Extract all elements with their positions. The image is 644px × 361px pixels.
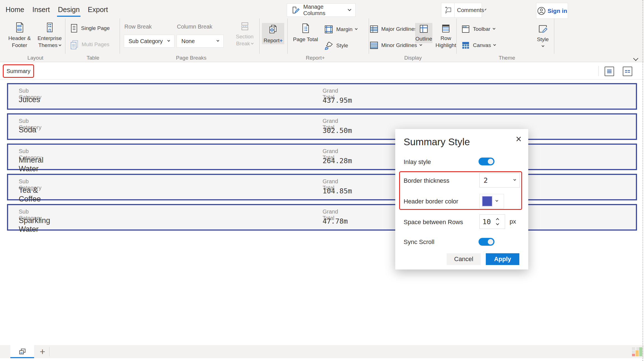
ribbon-group-display: Major Gridlines Minor Gridlines Outline …	[370, 17, 456, 62]
outline-icon	[419, 24, 428, 34]
page-total-icon	[300, 23, 311, 34]
toggle-knob	[488, 159, 493, 164]
view-tab-bar: Summary	[0, 62, 644, 79]
header-border-color-picker[interactable]	[479, 194, 504, 208]
page-total-label: Page Total	[293, 36, 318, 43]
outline-button[interactable]: Outline	[415, 23, 432, 43]
ribbon-separator	[259, 18, 260, 54]
pages-icon	[18, 348, 26, 356]
sync-scroll-label: Sync Scroll	[404, 238, 434, 246]
header-footer-label: Header & Footer	[6, 35, 34, 49]
add-page-button[interactable]: +	[38, 346, 47, 357]
group-label-theme: Theme	[460, 55, 554, 61]
cancel-button[interactable]: Cancel	[447, 253, 481, 265]
single-page-button[interactable]: Single Page	[70, 24, 110, 33]
row-highlight-button[interactable]: RowHighlight	[435, 23, 456, 49]
margin-button[interactable]: Margin	[324, 25, 357, 34]
mini-chart-gray-square	[636, 347, 639, 350]
sub-category-value: Sparkling Water	[19, 216, 50, 234]
toolbar-icon	[461, 25, 470, 34]
sync-scroll-toggle[interactable]	[479, 238, 494, 246]
border-thickness-value: 2	[484, 176, 512, 184]
multi-pages-button[interactable]: Multi Pages	[70, 40, 109, 49]
chevron-down-icon	[167, 39, 170, 42]
canvas-button[interactable]: Canvas	[461, 41, 496, 50]
group-label-page-breaks: Page Breaks	[124, 55, 259, 61]
page-total-button[interactable]: Page Total	[290, 22, 321, 43]
number-stepper[interactable]	[496, 219, 499, 225]
multi-pages-icon	[70, 40, 79, 49]
mini-chart-red-bar	[632, 354, 635, 356]
major-gridlines-button[interactable]: Major Gridlines	[370, 25, 422, 34]
manage-columns-icon	[292, 6, 300, 14]
margin-icon	[324, 25, 333, 34]
ribbon-tabs: Home Insert Design Export	[6, 2, 108, 17]
close-icon[interactable]: ×	[516, 134, 522, 144]
row-break-value: Sub Category	[129, 38, 165, 44]
report-plus-button[interactable]: Report+	[262, 23, 284, 44]
inlay-style-toggle[interactable]	[479, 158, 494, 165]
border-thickness-dropdown[interactable]: 2	[479, 173, 520, 187]
header-footer-button[interactable]: Header & Footer	[6, 21, 34, 49]
section-break-button[interactable]: Section Break	[231, 20, 258, 47]
column-break-label: Column Break	[177, 24, 212, 30]
ribbon-group-layout: Header & Footer Enterprise Themes Layout	[6, 17, 65, 62]
page-tab-active[interactable]	[10, 345, 34, 358]
row-highlight-label: RowHighlight	[435, 35, 456, 49]
style-button[interactable]: Style	[324, 41, 348, 50]
summary-row[interactable]: Sub CategoryMineral Water Grand Total264…	[7, 144, 637, 170]
theme-style-button[interactable]: Style	[534, 23, 552, 47]
toolbar-button[interactable]: Toolbar	[461, 25, 495, 34]
ribbon: Home Insert Design Export Manage Columns…	[0, 0, 644, 62]
enterprise-themes-button[interactable]: Enterprise Themes	[34, 21, 65, 49]
toggle-knob	[488, 239, 493, 245]
space-between-rows-input-wrap	[479, 214, 505, 229]
toolbar-label: Toolbar	[473, 26, 490, 32]
stepper-up-icon[interactable]	[496, 218, 499, 221]
space-between-rows-input[interactable]	[482, 218, 495, 226]
collapse-ribbon-chevron-icon[interactable]	[633, 56, 638, 61]
chevron-down-icon	[217, 39, 219, 42]
ribbon-group-table: Single Page Multi Pages Table	[67, 17, 119, 62]
ribbon-group-page-breaks: Row Break Sub Category Column Break None…	[124, 17, 259, 62]
mini-chart-amber-bar	[636, 350, 639, 356]
px-unit-label: px	[510, 218, 516, 225]
ribbon-group-theme: Toolbar Canvas Style Theme	[460, 17, 554, 62]
column-break-select[interactable]: None	[177, 35, 224, 48]
tab-home[interactable]: Home	[6, 2, 24, 17]
page-tabs-bar: +	[0, 345, 644, 358]
major-gridlines-label: Major Gridlines	[381, 26, 417, 32]
single-column-view-button[interactable]	[605, 67, 614, 76]
mini-chart-green-bar	[639, 347, 642, 356]
header-footer-icon	[14, 22, 25, 33]
summary-view-tab[interactable]: Summary	[3, 64, 34, 78]
chevron-down-icon	[513, 178, 516, 181]
single-page-icon	[70, 24, 78, 33]
chevron-down-icon	[348, 8, 351, 11]
manage-columns-button[interactable]: Manage Columns	[287, 3, 356, 17]
tab-insert[interactable]: Insert	[32, 2, 50, 17]
summary-row[interactable]: Sub CategorySoda Grand Total302.50m	[7, 113, 637, 140]
stepper-down-icon[interactable]	[496, 222, 499, 225]
tab-design[interactable]: Design	[58, 2, 80, 17]
comments-button[interactable]: Comments	[441, 3, 482, 18]
grand-total-value: 104.85m	[323, 187, 352, 195]
comments-label: Comments	[454, 7, 484, 13]
report-plus-icon	[267, 24, 279, 35]
window-pencil-icon	[538, 24, 548, 34]
row-break-select[interactable]: Sub Category	[124, 35, 174, 48]
group-label-report-plus: Report+	[262, 55, 369, 61]
minor-gridlines-icon	[370, 41, 378, 50]
minor-gridlines-button[interactable]: Minor Gridlines	[370, 41, 422, 50]
summary-row[interactable]: Sub CategoryTea & Coffee Grand Total104.…	[7, 174, 637, 200]
chevron-down-icon	[58, 43, 61, 46]
chevron-down-icon	[419, 43, 422, 46]
ribbon-separator	[120, 18, 120, 54]
apply-button[interactable]: Apply	[486, 253, 519, 265]
tab-export[interactable]: Export	[88, 2, 108, 17]
summary-row[interactable]: Sub CategorySparkling Water Grand Total4…	[7, 204, 637, 231]
two-column-view-icon	[624, 68, 631, 75]
sign-in-button[interactable]: Sign in	[536, 3, 568, 19]
two-column-view-button[interactable]	[623, 67, 632, 76]
summary-row[interactable]: Sub CategoryJuices Grand Total437.95m	[7, 83, 637, 110]
